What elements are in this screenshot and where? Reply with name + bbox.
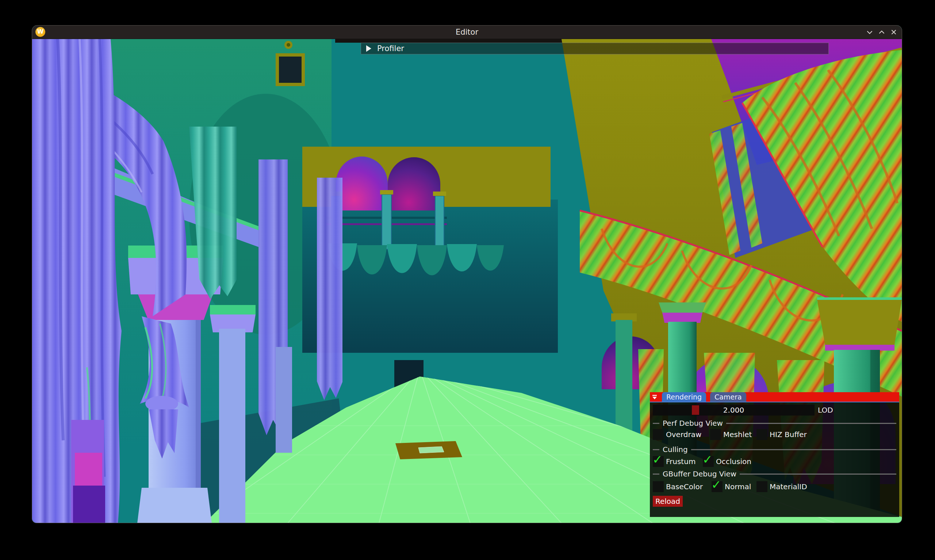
profiler-label: Profiler <box>377 44 404 53</box>
titlebar[interactable]: W Editor <box>32 26 902 39</box>
play-triangle-icon <box>366 45 371 52</box>
checkbox-box: ✓ <box>653 429 664 440</box>
checkbox-normal[interactable]: ✓ Normal <box>711 481 751 492</box>
checkbox-frustum[interactable]: ✓ Frustum <box>653 456 696 467</box>
minimize-button[interactable] <box>864 27 875 37</box>
tab-rendering[interactable]: Rendering <box>662 392 706 402</box>
check-icon: ✓ <box>711 478 721 491</box>
checkbox-hiz-buffer[interactable]: ✓ HIZ Buffer <box>756 429 807 440</box>
chevron-down-icon <box>865 28 874 37</box>
check-icon: ✓ <box>702 454 713 466</box>
lod-row: 2.000 LOD <box>650 405 899 415</box>
checkbox-box: ✓ <box>756 481 767 492</box>
checkbox-box: ✓ <box>710 429 721 440</box>
lod-label: LOD <box>818 405 833 415</box>
collapse-arrow-button[interactable] <box>650 392 659 402</box>
viewport-3d[interactable]: Profiler Rendering Camera 2 <box>32 39 902 523</box>
checkbox-basecolor[interactable]: ✓ BaseColor <box>653 481 703 492</box>
lod-drag-field[interactable]: 2.000 <box>653 405 815 415</box>
reload-button[interactable]: Reload <box>653 496 683 507</box>
tab-camera[interactable]: Camera <box>710 392 746 402</box>
lod-value: 2.000 <box>653 405 815 415</box>
separator-perf-debug-view: Perf Debug View <box>653 420 896 427</box>
close-button[interactable] <box>889 27 899 37</box>
check-icon: ✓ <box>653 454 663 466</box>
perf-debug-row: ✓ Overdraw ✓ Meshlet ✓ HIZ Buffer <box>650 429 899 440</box>
profiler-header[interactable]: Profiler <box>361 43 829 54</box>
checkbox-box: ✓ <box>703 456 714 467</box>
checkbox-meshlet[interactable]: ✓ Meshlet <box>710 429 752 440</box>
checkbox-box: ✓ <box>653 481 664 492</box>
checkbox-box: ✓ <box>756 429 767 440</box>
debug-panel: Rendering Camera 2.000 LOD Perf Debug Vi… <box>650 392 899 517</box>
panel-tabbar[interactable]: Rendering Camera <box>650 392 899 402</box>
checkbox-materialid[interactable]: ✓ MaterialID <box>756 481 807 492</box>
close-icon <box>889 28 898 37</box>
gbuffer-row: ✓ BaseColor ✓ Normal ✓ MaterialID <box>650 481 899 492</box>
checkbox-box: ✓ <box>653 456 664 467</box>
separator-culling: Culling <box>653 446 896 453</box>
window-title: Editor <box>32 26 902 38</box>
checkbox-occlusion[interactable]: ✓ Occlusion <box>703 456 751 467</box>
checkbox-box: ✓ <box>711 481 722 492</box>
triangle-down-with-bar-icon <box>652 394 657 400</box>
maximize-button[interactable] <box>876 27 887 37</box>
separator-gbuffer-debug-view: GBuffer Debug View <box>653 470 896 478</box>
checkbox-overdraw[interactable]: ✓ Overdraw <box>653 429 701 440</box>
chevron-up-icon <box>877 28 886 37</box>
culling-row: ✓ Frustum ✓ Occlusion <box>650 456 899 467</box>
editor-window: W Editor <box>32 26 902 523</box>
window-controls <box>864 27 899 37</box>
panel-body: 2.000 LOD Perf Debug View ✓ Overdraw ✓ <box>650 402 899 517</box>
